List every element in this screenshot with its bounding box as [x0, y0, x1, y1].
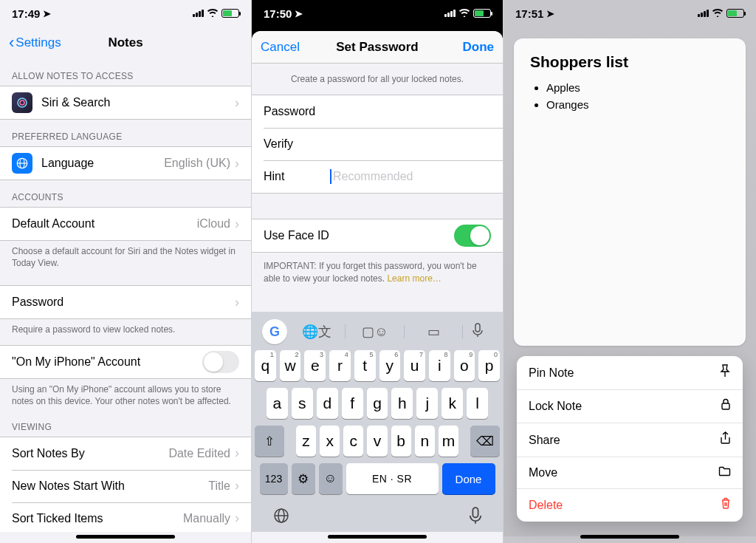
row-default-account[interactable]: Default Account iCloud ›	[0, 208, 251, 240]
password-input[interactable]	[330, 105, 491, 118]
key-z[interactable]: z	[296, 426, 316, 457]
field-label: Password	[264, 105, 330, 118]
key-p[interactable]: p0	[478, 350, 500, 381]
important-text: IMPORTANT: If you forget this password, …	[264, 261, 477, 284]
menu-label: Move	[529, 466, 557, 479]
note-items: ApplesOranges	[530, 80, 729, 113]
chevron-right-icon: ›	[235, 156, 239, 171]
key-h[interactable]: h	[391, 388, 413, 419]
key-r[interactable]: r4	[329, 350, 351, 381]
status-bar: 17:50 ➤	[252, 0, 503, 27]
back-button[interactable]: ‹ Settings	[0, 27, 70, 59]
row-language[interactable]: Language English (UK) ›	[0, 147, 251, 180]
battery-icon	[221, 7, 239, 20]
shift-key[interactable]: ⇧	[255, 426, 284, 457]
section-header-language: PREFERRED LANGUAGE	[0, 120, 251, 146]
menu-delete[interactable]: Delete	[517, 488, 743, 522]
camera-icon[interactable]: ▭	[405, 324, 463, 340]
key-g[interactable]: g	[367, 388, 388, 419]
section-footer: Choose a default account for Siri and th…	[0, 241, 251, 272]
row-password[interactable]: Password ›	[0, 286, 251, 318]
screen-set-password: 17:50 ➤ Cancel Set Password Done Create …	[252, 0, 504, 543]
dictation-key[interactable]	[469, 507, 482, 529]
on-my-iphone-toggle[interactable]	[202, 351, 239, 373]
learn-more-link[interactable]: Learn more…	[387, 273, 441, 284]
chevron-right-icon: ›	[235, 216, 239, 232]
context-menu: Pin Note Lock Note Share	[517, 356, 743, 522]
key-y[interactable]: y6	[379, 350, 401, 381]
verify-input[interactable]	[330, 137, 491, 151]
key-u[interactable]: u7	[404, 350, 425, 381]
cancel-button[interactable]: Cancel	[252, 31, 309, 64]
keyboard-done-key[interactable]: Done	[442, 463, 495, 494]
key-i[interactable]: i8	[429, 350, 450, 381]
globe-key[interactable]	[272, 507, 290, 529]
translate-icon[interactable]: 🌐文	[287, 323, 346, 341]
key-j[interactable]: j	[416, 388, 438, 419]
key-t[interactable]: t5	[354, 350, 376, 381]
key-o[interactable]: o9	[454, 350, 475, 381]
key-f[interactable]: f	[342, 388, 363, 419]
row-verify[interactable]: Verify	[252, 128, 503, 160]
key-b[interactable]: b	[391, 426, 411, 457]
gif-icon[interactable]: ▢☺	[346, 324, 404, 340]
key-c[interactable]: c	[343, 426, 363, 457]
row-on-my-iphone[interactable]: "On My iPhone" Account	[0, 346, 251, 378]
google-icon[interactable]: G	[262, 319, 287, 344]
row-new-notes-start[interactable]: New Notes Start With Title ›	[0, 470, 251, 502]
space-key[interactable]: EN · SR	[346, 463, 439, 494]
menu-lock-note[interactable]: Lock Note	[517, 389, 743, 423]
menu-move[interactable]: Move	[517, 457, 743, 488]
location-icon: ➤	[546, 8, 554, 19]
section-footer: Require a password to view locked notes.	[0, 319, 251, 338]
row-label: Password	[12, 296, 235, 309]
mic-icon[interactable]	[463, 323, 492, 341]
face-id-toggle[interactable]	[454, 225, 491, 247]
note-title: Shoppers list	[530, 53, 729, 71]
row-sort-ticked[interactable]: Sort Ticked Items Manually ›	[0, 502, 251, 532]
menu-pin-note[interactable]: Pin Note	[517, 356, 743, 389]
keyboard-suggestions: G 🌐文 ▢☺ ▭	[255, 316, 500, 350]
lock-icon	[721, 398, 731, 414]
key-w[interactable]: w2	[280, 350, 301, 381]
pin-icon	[719, 364, 731, 381]
row-value: Manually	[183, 512, 230, 525]
siri-icon	[12, 92, 32, 113]
key-s[interactable]: s	[292, 388, 313, 419]
key-l[interactable]: l	[467, 388, 488, 419]
row-hint[interactable]: Hint	[252, 160, 503, 193]
backspace-key[interactable]: ⌫	[470, 426, 500, 457]
key-d[interactable]: d	[317, 388, 338, 419]
row-siri-search[interactable]: Siri & Search ›	[0, 86, 251, 119]
key-m[interactable]: m	[439, 426, 458, 457]
chevron-right-icon: ›	[235, 478, 239, 494]
svg-rect-8	[722, 403, 729, 409]
key-v[interactable]: v	[367, 426, 387, 457]
row-label: New Notes Start With	[12, 479, 208, 493]
numbers-key[interactable]: 123	[260, 463, 288, 494]
menu-share[interactable]: Share	[517, 423, 743, 457]
svg-rect-7	[472, 508, 478, 517]
location-icon: ➤	[295, 8, 303, 19]
screen-note-context-menu: 17:51 ➤ Shoppers list ApplesOranges Pin …	[504, 0, 756, 543]
svg-point-1	[20, 100, 24, 105]
status-time: 17:49	[12, 7, 40, 20]
note-preview-card[interactable]: Shoppers list ApplesOranges	[514, 38, 746, 346]
navbar: ‹ Settings Notes	[0, 27, 251, 59]
key-q[interactable]: q1	[255, 350, 276, 381]
row-password[interactable]: Password	[252, 95, 503, 128]
settings-key[interactable]: ⚙	[292, 463, 315, 494]
row-sort-notes-by[interactable]: Sort Notes By Date Edited ›	[0, 437, 251, 470]
key-n[interactable]: n	[415, 426, 435, 457]
key-k[interactable]: k	[441, 388, 463, 419]
battery-icon	[726, 7, 744, 20]
hint-input[interactable]	[333, 170, 491, 183]
folder-icon	[718, 465, 731, 480]
key-x[interactable]: x	[320, 426, 340, 457]
key-e[interactable]: e3	[304, 350, 326, 381]
modal-caption: Create a password for all your locked no…	[252, 64, 503, 95]
emoji-key[interactable]: ☺	[319, 463, 343, 494]
key-a[interactable]: a	[267, 388, 288, 419]
row-use-face-id[interactable]: Use Face ID	[252, 219, 503, 252]
done-button[interactable]: Done	[454, 31, 504, 64]
